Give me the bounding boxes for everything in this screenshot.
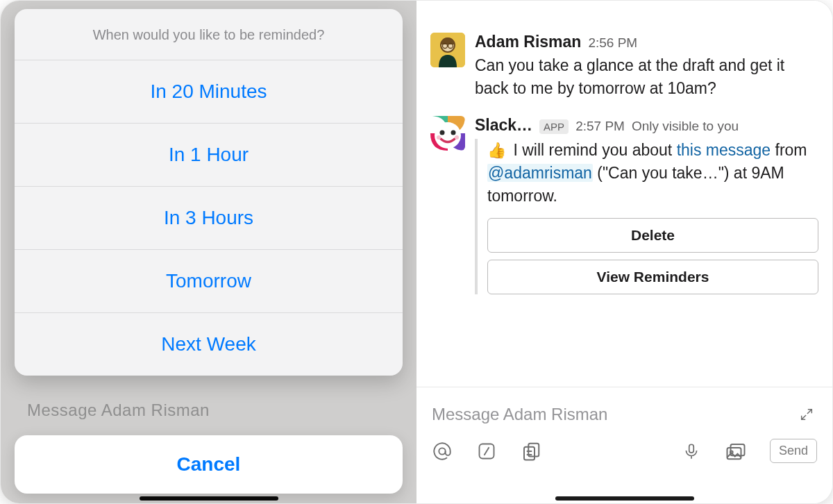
reminder-action-sheet: When would you like to be reminded? In 2… [15, 9, 403, 376]
cancel-button[interactable]: Cancel [15, 435, 403, 494]
background-input-ghost: Message Adam Risman [27, 401, 210, 420]
text-fragment: from [771, 141, 807, 159]
svg-line-12 [485, 447, 489, 455]
sheet-title: When would you like to be reminded? [15, 9, 403, 60]
attachment-icon[interactable] [521, 441, 541, 462]
image-icon[interactable] [725, 441, 746, 462]
app-badge: APP [539, 119, 569, 134]
message-row: Adam Risman 2:56 PM Can you take a glanc… [430, 33, 818, 101]
view-reminders-button[interactable]: View Reminders [487, 260, 818, 294]
message-list: Adam Risman 2:56 PM Can you take a glanc… [416, 1, 832, 387]
composer: Message Adam Risman [416, 387, 832, 503]
composer-placeholder[interactable]: Message Adam Risman [432, 405, 607, 424]
reminder-panel: Message Adam Risman When would you like … [1, 1, 416, 503]
reminder-option-20-minutes[interactable]: In 20 Minutes [15, 60, 403, 123]
slash-command-icon[interactable] [476, 441, 497, 462]
message-text: 👍 I will remind you about this message f… [487, 139, 818, 208]
message-author: Adam Risman [475, 33, 581, 51]
message-link[interactable]: this message [677, 141, 771, 159]
svg-point-10 [439, 448, 445, 454]
message-author: Slack… [475, 116, 532, 135]
message-time: 2:57 PM [575, 119, 625, 134]
svg-rect-14 [524, 446, 535, 460]
quoted-reply: 👍 I will remind you about this message f… [475, 139, 818, 294]
reminder-option-3-hours[interactable]: In 3 Hours [15, 186, 403, 249]
reminder-option-1-hour[interactable]: In 1 Hour [15, 123, 403, 186]
visibility-label: Only visible to you [632, 119, 739, 134]
reminder-option-next-week[interactable]: Next Week [15, 312, 403, 376]
send-button[interactable]: Send [770, 439, 817, 463]
svg-rect-5 [435, 122, 461, 149]
svg-point-6 [440, 130, 445, 135]
svg-rect-17 [689, 444, 694, 453]
avatar [430, 116, 465, 151]
microphone-icon[interactable] [681, 441, 702, 462]
text-fragment: I will remind you about [509, 141, 677, 159]
message-text: Can you take a glance at the draft and g… [475, 54, 818, 101]
home-indicator-icon [555, 496, 694, 501]
user-mention[interactable]: @adamrisman [487, 164, 593, 182]
thumbs-up-icon: 👍 [487, 142, 506, 159]
svg-point-9 [455, 135, 459, 140]
message-time: 2:56 PM [588, 35, 637, 51]
message-row: Slack… APP 2:57 PM Only visible to you 👍… [430, 116, 818, 301]
svg-point-8 [437, 135, 441, 140]
home-indicator-icon [140, 496, 278, 501]
slack-thread-panel: Adam Risman 2:56 PM Can you take a glanc… [416, 1, 832, 503]
svg-point-7 [451, 130, 456, 135]
reminder-option-tomorrow[interactable]: Tomorrow [15, 249, 403, 312]
delete-button[interactable]: Delete [487, 218, 818, 253]
svg-rect-19 [727, 448, 741, 459]
avatar [430, 33, 465, 67]
expand-icon[interactable] [796, 404, 817, 425]
mention-icon[interactable] [432, 441, 453, 462]
